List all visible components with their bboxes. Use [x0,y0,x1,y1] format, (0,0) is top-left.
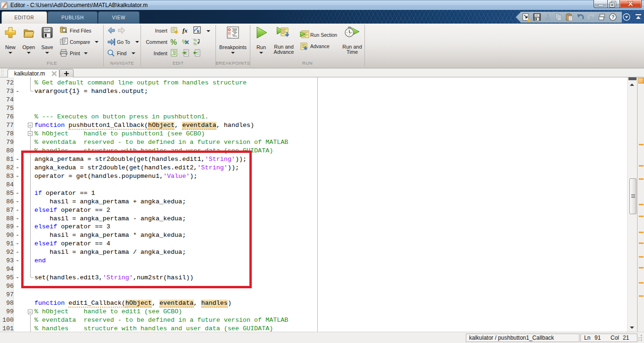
svg-text:%: % [171,38,177,46]
svg-text:fi: fi [197,29,199,33]
svg-text:fx: fx [182,27,188,34]
svg-text:?: ? [611,14,615,20]
svg-text:%: % [193,42,197,46]
